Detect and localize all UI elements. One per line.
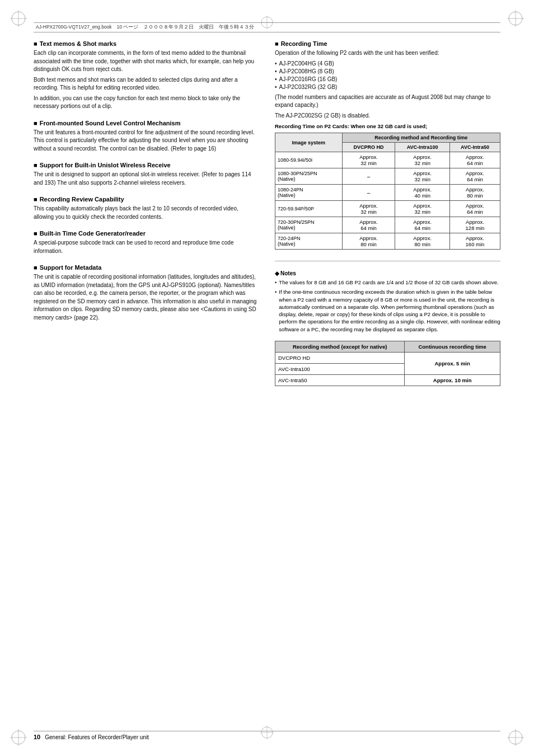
th-recording-method: Recording method and Recording time bbox=[342, 133, 500, 143]
note-item-1: The values for 8 GB and 16 GB P2 cards a… bbox=[275, 279, 500, 286]
note-item-2: If the one-time continuous recording exc… bbox=[275, 288, 500, 333]
method-avc-intra50: AVC-Intra50 bbox=[275, 375, 405, 386]
section-wireless: Support for Built-in Unislot Wireless Re… bbox=[34, 162, 259, 189]
dvcpro-hd-cell: – bbox=[342, 168, 395, 185]
left-column: Text memos & Shot marks Each clip can in… bbox=[34, 40, 259, 722]
image-system-cell: 1080-30PN/25PN(Native) bbox=[275, 168, 343, 185]
th-image-system: Image system bbox=[275, 133, 343, 152]
corner-mark-tl bbox=[10, 10, 27, 27]
section-front-mounted: Front-mounted Sound Level Control Mechan… bbox=[34, 120, 259, 156]
avc-intra100-cell: Approx.32 min bbox=[395, 152, 450, 168]
avc-intra50-cell: Approx.64 min bbox=[449, 168, 500, 185]
time-approx-10min: Approx. 10 min bbox=[405, 375, 500, 386]
section-body-front-mounted: The unit features a front-mounted contro… bbox=[34, 129, 259, 153]
section-body-metadata: The unit is capable of recording positio… bbox=[34, 273, 259, 322]
card-item-1: AJ-P2C004HG (4 GB) bbox=[275, 60, 500, 68]
table-row: AVC-Intra50 Approx. 10 min bbox=[275, 375, 500, 386]
recording-time-table: Image system Recording method and Record… bbox=[275, 133, 500, 250]
dvcpro-hd-cell: Approx.32 min bbox=[342, 152, 395, 168]
table-row: 720-30PN/25PN(Native) Approx.64 min Appr… bbox=[275, 217, 500, 233]
avc-intra50-cell: Approx.160 min bbox=[449, 233, 500, 250]
notes-title: Notes bbox=[275, 270, 500, 276]
method-avc-intra100: AVC-Intra100 bbox=[275, 364, 405, 375]
right-column: Recording Time Operation of the followin… bbox=[275, 40, 500, 722]
section-body-recording-time: Operation of the following P2 cards with… bbox=[275, 49, 500, 120]
section-title-text-memos: Text memos & Shot marks bbox=[34, 40, 259, 47]
section-recording-time: Recording Time Operation of the followin… bbox=[275, 40, 500, 250]
avc-intra50-cell: Approx.64 min bbox=[449, 201, 500, 217]
corner-mark-bl bbox=[10, 729, 27, 746]
dvcpro-hd-cell: Approx.64 min bbox=[342, 217, 395, 233]
section-body-timecode: A special-purpose subcode track can be u… bbox=[34, 239, 259, 255]
avc-intra50-cell: Approx.80 min bbox=[449, 185, 500, 201]
table-row: 1080-59.94i/50i Approx.32 min Approx.32 … bbox=[275, 152, 500, 168]
recording-table-title: Recording Time on P2 Cards: When one 32 … bbox=[275, 123, 500, 129]
corner-mark-tr bbox=[507, 10, 524, 27]
image-system-cell: 720-30PN/25PN(Native) bbox=[275, 217, 343, 233]
card-item-2: AJ-P2C008HG (8 GB) bbox=[275, 68, 500, 76]
section-metadata: Support for Metadata The unit is capable… bbox=[34, 264, 259, 324]
image-system-cell: 1080-59.94i/50i bbox=[275, 152, 343, 168]
table-row: 720-59.94P/50P Approx.32 min Approx.32 m… bbox=[275, 201, 500, 217]
method-dvcpro-hd: DVCPRO HD bbox=[275, 353, 405, 364]
image-system-cell: 720-59.94P/50P bbox=[275, 201, 343, 217]
avc-intra100-cell: Approx.64 min bbox=[395, 217, 450, 233]
table-row: 720-24PN(Native) Approx.80 min Approx.80… bbox=[275, 233, 500, 250]
image-system-cell: 1080-24PN(Native) bbox=[275, 185, 343, 201]
avc-intra100-cell: Approx.40 min bbox=[395, 185, 450, 201]
page-footer-text: General: Features of Recorder/Player uni… bbox=[45, 734, 149, 740]
dvcpro-hd-cell: Approx.32 min bbox=[342, 201, 395, 217]
th-recording-method-native: Recording method (except for native) bbox=[275, 341, 405, 353]
image-system-cell: 720-24PN(Native) bbox=[275, 233, 343, 250]
bottom-center-mark bbox=[260, 726, 274, 740]
continuous-recording-table: Recording method (except for native) Con… bbox=[275, 341, 500, 386]
section-title-recording-review: Recording Review Capability bbox=[34, 196, 259, 203]
table-row: DVCPRO HD Approx. 5 min bbox=[275, 353, 500, 364]
section-title-front-mounted: Front-mounted Sound Level Control Mechan… bbox=[34, 120, 259, 126]
divider bbox=[275, 261, 500, 261]
card-item-4: AJ-P2C032RG (32 GB) bbox=[275, 83, 500, 91]
section-body-text-memos: Each clip can incorporate comments, in t… bbox=[34, 49, 259, 111]
section-text-memos: Text memos & Shot marks Each clip can in… bbox=[34, 40, 259, 113]
table-row: 1080-30PN/25PN(Native) – Approx.32 min A… bbox=[275, 168, 500, 185]
content-area: Text memos & Shot marks Each clip can in… bbox=[34, 40, 500, 722]
avc-intra50-cell: Approx.64 min bbox=[449, 152, 500, 168]
avc-intra100-cell: Approx.32 min bbox=[395, 168, 450, 185]
dvcpro-hd-cell: – bbox=[342, 185, 395, 201]
section-title-wireless: Support for Built-in Unislot Wireless Re… bbox=[34, 162, 259, 168]
section-body-recording-review: This capability automatically plays back… bbox=[34, 205, 259, 221]
th-avc-intra50: AVC-Intra50 bbox=[449, 143, 500, 152]
th-continuous-recording-time: Continuous recording time bbox=[405, 341, 500, 353]
notes-section: Notes The values for 8 GB and 16 GB P2 c… bbox=[275, 270, 500, 335]
card-item-3: AJ-P2C016RG (16 GB) bbox=[275, 76, 500, 83]
section-title-timecode: Built-in Time Code Generator/reader bbox=[34, 230, 259, 237]
section-recording-review: Recording Review Capability This capabil… bbox=[34, 196, 259, 223]
dvcpro-hd-cell: Approx.80 min bbox=[342, 233, 395, 250]
section-timecode: Built-in Time Code Generator/reader A sp… bbox=[34, 230, 259, 257]
section-title-metadata: Support for Metadata bbox=[34, 264, 259, 271]
section-title-recording-time: Recording Time bbox=[275, 40, 500, 47]
top-center-mark bbox=[260, 16, 274, 30]
th-dvcpro-hd: DVCPRO HD bbox=[342, 143, 395, 152]
section-body-wireless: The unit is designed to support an optio… bbox=[34, 171, 259, 187]
page: AJ-HPX2700G-VQT1V27_eng.book 10 ページ ２０００… bbox=[0, 0, 534, 756]
corner-mark-br bbox=[507, 729, 524, 746]
avc-intra100-cell: Approx.32 min bbox=[395, 201, 450, 217]
avc-intra100-cell: Approx.80 min bbox=[395, 233, 450, 250]
time-approx-5min: Approx. 5 min bbox=[405, 353, 500, 375]
avc-intra50-cell: Approx.128 min bbox=[449, 217, 500, 233]
table-row: 1080-24PN(Native) – Approx.40 min Approx… bbox=[275, 185, 500, 201]
th-avc-intra100: AVC-Intra100 bbox=[395, 143, 450, 152]
page-number: 10 bbox=[34, 734, 40, 740]
